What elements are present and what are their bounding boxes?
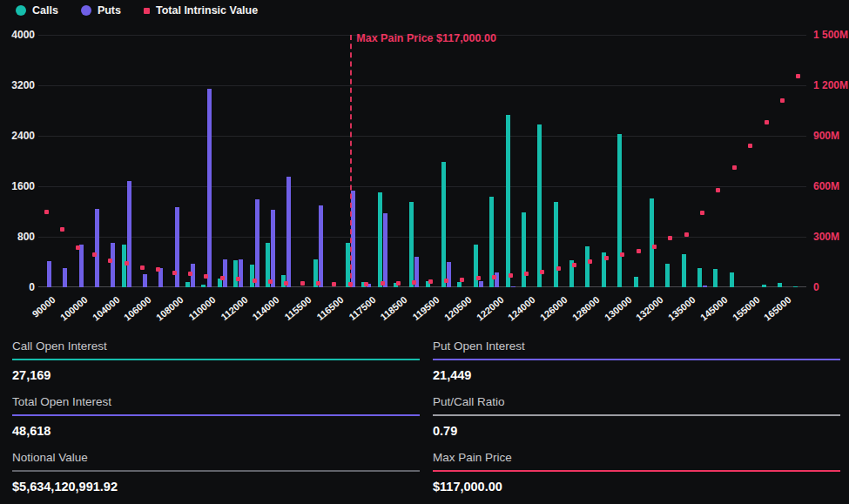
tiv-point-114000[interactable] (268, 279, 273, 284)
tiv-point-126000[interactable] (556, 266, 561, 271)
call-bar-117000[interactable] (346, 243, 350, 288)
call-bar-135000[interactable] (682, 254, 686, 287)
call-bar-121000[interactable] (474, 245, 478, 287)
put-bar-115000[interactable] (286, 177, 291, 287)
call-bar-118000[interactable] (378, 192, 382, 287)
call-bar-134000[interactable] (665, 264, 670, 287)
tiv-point-115500[interactable] (300, 281, 305, 286)
legend-item-puts[interactable]: Puts (81, 4, 121, 17)
tiv-point-110000[interactable] (204, 274, 208, 279)
put-bar-112000[interactable] (239, 259, 243, 287)
tiv-point-170000[interactable] (796, 74, 800, 78)
put-bar-123000[interactable] (511, 286, 515, 288)
call-bar-113000[interactable] (250, 265, 254, 287)
tiv-point-131000[interactable] (637, 249, 641, 253)
call-bar-131000[interactable] (634, 277, 638, 287)
tiv-point-130000[interactable] (620, 252, 624, 257)
call-bar-109000[interactable] (185, 282, 190, 288)
call-bar-123000[interactable] (506, 115, 510, 287)
x-axis-tick: 110000 (186, 294, 217, 322)
tiv-point-140000[interactable] (700, 211, 704, 215)
tiv-point-123000[interactable] (509, 273, 513, 278)
tiv-point-128000[interactable] (588, 259, 592, 264)
call-bar-150000[interactable] (730, 272, 734, 287)
call-bar-128000[interactable] (585, 246, 590, 288)
tiv-point-116500[interactable] (332, 282, 336, 286)
put-bar-121000[interactable] (479, 281, 483, 287)
tiv-point-124000[interactable] (524, 272, 529, 276)
legend-item-total-intrinsic-value[interactable]: Total Intrinsic Value (144, 4, 258, 17)
call-bar-160000[interactable] (762, 285, 766, 287)
tiv-point-105000[interactable] (125, 261, 129, 265)
call-bar-145000[interactable] (713, 269, 718, 287)
put-bar-102000[interactable] (95, 209, 99, 287)
tiv-point-102000[interactable] (92, 252, 97, 257)
tiv-point-90000[interactable] (44, 210, 49, 214)
call-bar-125000[interactable] (537, 124, 542, 287)
tiv-point-95000[interactable] (60, 227, 64, 232)
tiv-point-129000[interactable] (604, 256, 609, 260)
call-bar-130000[interactable] (617, 134, 622, 287)
tiv-point-160000[interactable] (765, 120, 769, 124)
put-bar-95000[interactable] (63, 268, 67, 287)
call-bar-165000[interactable] (778, 283, 782, 287)
tiv-point-155000[interactable] (748, 144, 752, 148)
tiv-point-125000[interactable] (540, 270, 544, 274)
tiv-point-112000[interactable] (236, 277, 240, 281)
put-bar-90000[interactable] (47, 261, 51, 287)
call-bar-126000[interactable] (554, 202, 558, 287)
put-bar-116000[interactable] (319, 205, 323, 287)
put-bar-110000[interactable] (207, 89, 212, 287)
tiv-point-122000[interactable] (492, 275, 496, 279)
tiv-point-120500[interactable] (460, 278, 464, 282)
call-bar-170000[interactable] (793, 286, 798, 288)
call-bar-124000[interactable] (522, 212, 526, 287)
tiv-point-107000[interactable] (156, 267, 160, 272)
tiv-point-150000[interactable] (732, 165, 737, 170)
call-bar-110000[interactable] (201, 285, 206, 287)
tiv-point-111000[interactable] (220, 276, 225, 280)
put-bar-140000[interactable] (703, 286, 707, 287)
tiv-point-121000[interactable] (476, 276, 481, 280)
tiv-point-145000[interactable] (716, 188, 720, 192)
tiv-point-135000[interactable] (684, 232, 689, 237)
put-bar-120000[interactable] (447, 262, 451, 287)
call-bar-120500[interactable] (457, 282, 462, 288)
tiv-point-100000[interactable] (76, 245, 80, 250)
tiv-point-106000[interactable] (140, 265, 145, 270)
tiv-point-118500[interactable] (396, 281, 401, 286)
call-bar-119000[interactable] (409, 202, 414, 287)
call-bar-120000[interactable] (441, 162, 446, 287)
tiv-point-116000[interactable] (316, 281, 320, 286)
call-bar-132000[interactable] (650, 198, 654, 287)
tiv-point-117500[interactable] (364, 282, 368, 286)
put-bar-106000[interactable] (143, 274, 147, 287)
put-bar-108000[interactable] (175, 207, 179, 287)
put-bar-113000[interactable] (255, 199, 259, 287)
tiv-point-165000[interactable] (780, 98, 785, 103)
put-bar-100000[interactable] (79, 245, 84, 287)
tiv-point-108000[interactable] (172, 271, 177, 275)
call-bar-105000[interactable] (122, 245, 126, 287)
call-bar-140000[interactable] (697, 268, 702, 288)
tiv-point-113000[interactable] (253, 279, 257, 283)
tiv-point-120000[interactable] (444, 279, 448, 283)
tiv-point-118000[interactable] (381, 281, 385, 286)
tiv-point-134000[interactable] (668, 236, 672, 240)
tiv-point-119500[interactable] (428, 279, 433, 284)
put-bar-118000[interactable] (383, 213, 387, 287)
put-bar-104000[interactable] (111, 243, 115, 287)
stat-value: $117,000.00 (433, 472, 840, 494)
tiv-point-119000[interactable] (412, 280, 416, 285)
call-bar-112000[interactable] (233, 260, 238, 288)
tiv-point-109000[interactable] (188, 272, 192, 276)
call-bar-122000[interactable] (489, 197, 494, 287)
put-bar-114000[interactable] (271, 210, 275, 287)
put-bar-111000[interactable] (223, 259, 227, 287)
tiv-point-104000[interactable] (108, 259, 112, 263)
tiv-point-115000[interactable] (284, 281, 288, 286)
tiv-point-127000[interactable] (572, 263, 576, 267)
put-bar-105000[interactable] (127, 181, 131, 288)
legend-item-calls[interactable]: Calls (16, 4, 58, 17)
tiv-point-132000[interactable] (652, 245, 657, 249)
